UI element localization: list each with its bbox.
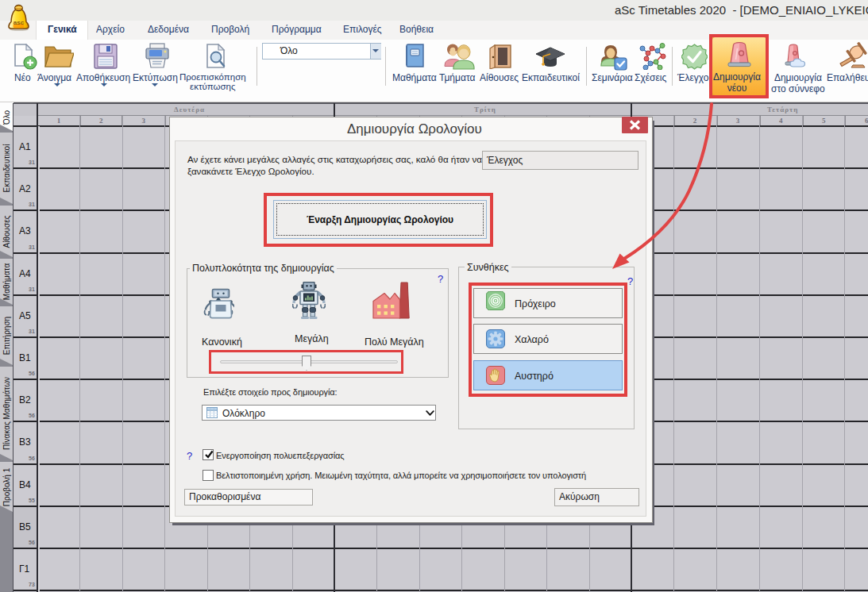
- svg-text:asc: asc: [14, 19, 25, 26]
